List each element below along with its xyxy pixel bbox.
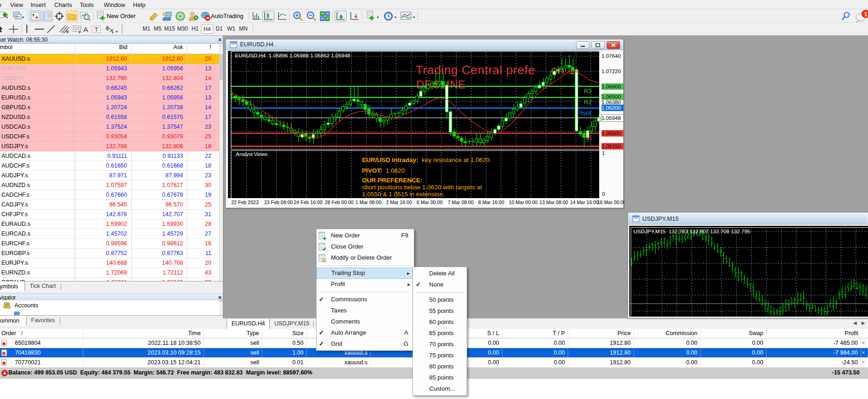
- svg-text:F: F: [79, 30, 81, 34]
- svg-text:T: T: [95, 26, 98, 33]
- svg-text:Trading Central prefe: Trading Central prefe: [416, 63, 535, 77]
- svg-text:1: 1: [864, 11, 867, 18]
- svg-text:E: E: [66, 30, 69, 34]
